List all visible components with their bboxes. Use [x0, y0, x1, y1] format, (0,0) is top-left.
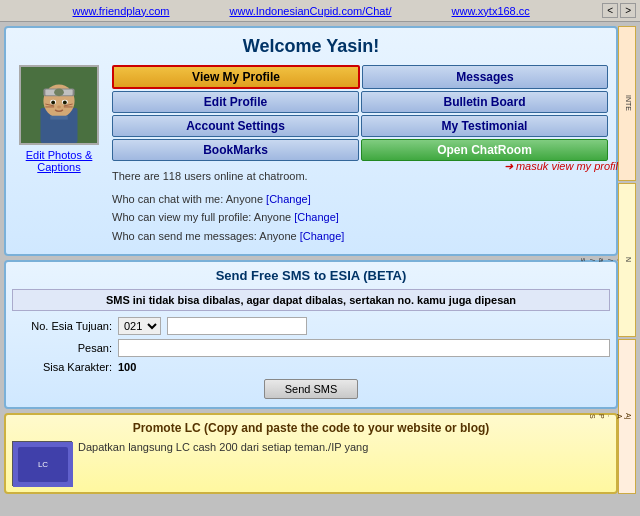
no-input[interactable]: [167, 317, 307, 335]
sms-section: Send Free SMS to ESIA (BETA) SMS ini tid…: [4, 260, 618, 409]
no-esia-row: No. Esia Tujuan: 021: [12, 317, 610, 335]
account-settings-button[interactable]: Account Settings: [112, 115, 359, 137]
avatar-area: Edit Photos & Captions: [14, 65, 104, 246]
left-column: Welcome Yasin!: [4, 26, 618, 494]
right-ad-1: INTE: [618, 26, 636, 181]
right-ad-3: AjA.PS: [618, 339, 636, 494]
messages-button[interactable]: Messages: [362, 65, 608, 89]
top-links: www.friendplay.com www.IndonesianCupid.c…: [4, 5, 598, 17]
svg-text:LC: LC: [38, 460, 48, 469]
right-ad-2: N./a/s: [618, 183, 636, 338]
sms-title: Send Free SMS to ESIA (BETA): [12, 268, 610, 283]
right-column: INTE N./a/s AjA.PS: [618, 26, 636, 494]
svg-rect-15: [50, 116, 68, 120]
sisa-label: Sisa Karakter:: [12, 361, 112, 373]
menu-row-3: Account Settings My Testimonial: [112, 115, 608, 137]
promote-content: LC Dapatkan langsung LC cash 200 dari se…: [12, 441, 610, 486]
chat-permission: Who can chat with me: Anyone [Change]: [112, 190, 608, 209]
main-content: Welcome Yasin!: [0, 22, 640, 498]
sisa-row: Sisa Karakter: 100: [12, 361, 610, 373]
sms-notice: SMS ini tidak bisa dibalas, agar dapat d…: [12, 289, 610, 311]
annotation: ➜ masuk view my profil: [504, 160, 618, 173]
bulletin-board-button[interactable]: Bulletin Board: [361, 91, 608, 113]
no-label: No. Esia Tujuan:: [12, 320, 112, 332]
pesan-input[interactable]: [118, 339, 610, 357]
profile-content: Edit Photos & Captions View My Profile M…: [14, 65, 608, 246]
message-permission: Who can send me messages: Anyone [Change…: [112, 227, 608, 246]
menu-row-1: View My Profile Messages: [112, 65, 608, 89]
edit-photos-link[interactable]: Edit Photos & Captions: [26, 149, 93, 173]
browser-top-bar: www.friendplay.com www.IndonesianCupid.c…: [0, 0, 640, 22]
profile-menu: View My Profile Messages Edit Profile Bu…: [112, 65, 608, 246]
promote-title: Promote LC (Copy and paste the code to y…: [12, 421, 610, 435]
profile-info: There are 118 users online at chatroom. …: [112, 167, 608, 246]
menu-row-2: Edit Profile Bulletin Board: [112, 91, 608, 113]
svg-point-10: [57, 105, 61, 108]
msg-change-link[interactable]: [Change]: [300, 230, 345, 242]
view-profile-button[interactable]: View My Profile: [112, 65, 360, 89]
promote-image: LC: [12, 441, 72, 486]
pesan-label: Pesan:: [12, 342, 112, 354]
svg-point-9: [63, 101, 67, 105]
char-count: 100: [118, 361, 136, 373]
link-xytx[interactable]: www.xytx168.cc: [452, 5, 530, 17]
bookmarks-button[interactable]: BookMarks: [112, 139, 359, 161]
navigation-arrows: < >: [602, 3, 636, 18]
my-testimonial-button[interactable]: My Testimonial: [361, 115, 608, 137]
chat-change-link[interactable]: [Change]: [266, 193, 311, 205]
menu-row-4: BookMarks Open ChatRoom: [112, 139, 608, 161]
open-chatroom-button[interactable]: Open ChatRoom: [361, 139, 608, 161]
welcome-title: Welcome Yasin!: [14, 36, 608, 57]
avatar: [19, 65, 99, 145]
view-permission: Who can view my full profile: Anyone [Ch…: [112, 208, 608, 227]
send-sms-button[interactable]: Send SMS: [264, 379, 359, 399]
link-indonesiancupid[interactable]: www.IndonesianCupid.com/Chat/: [230, 5, 392, 17]
pesan-row: Pesan:: [12, 339, 610, 357]
no-prefix-select[interactable]: 021: [118, 317, 161, 335]
edit-profile-button[interactable]: Edit Profile: [112, 91, 359, 113]
profile-section: Welcome Yasin!: [4, 26, 618, 256]
svg-point-8: [51, 101, 55, 105]
back-arrow[interactable]: <: [602, 3, 618, 18]
promote-text: Dapatkan langsung LC cash 200 dari setia…: [78, 441, 368, 486]
view-change-link[interactable]: [Change]: [294, 211, 339, 223]
promote-section: Promote LC (Copy and paste the code to y…: [4, 413, 618, 494]
link-friendplay[interactable]: www.friendplay.com: [73, 5, 170, 17]
fwd-arrow[interactable]: >: [620, 3, 636, 18]
svg-point-5: [54, 88, 64, 96]
